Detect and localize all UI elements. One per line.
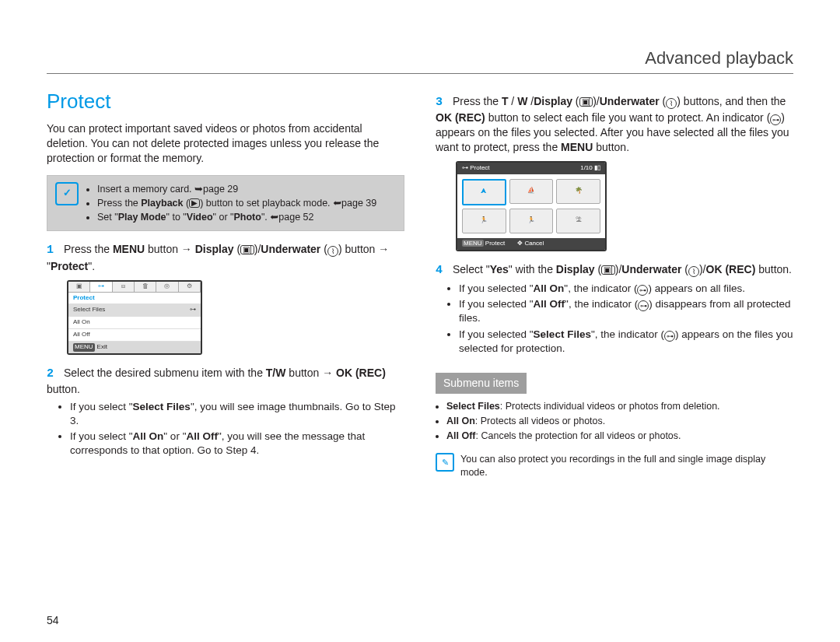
step-4-text: Select "Yes" with the Display (▣|)/Under…	[453, 263, 792, 275]
tab-icon: ◎	[156, 282, 178, 292]
tab-icon: ⧈	[113, 282, 135, 292]
step-2-bullets: If you select "Select Files", you will s…	[70, 400, 404, 458]
step-4-bullets: If you selected "All On", the indicator …	[459, 282, 793, 356]
step-number: 1	[47, 243, 61, 258]
key-icon: ⊶	[637, 285, 648, 296]
thumbnail: ⛵	[509, 179, 554, 204]
submenu-heading: Submenu items	[436, 373, 527, 394]
fig-menu-item: Select Files⊶	[68, 304, 201, 317]
prereq-item: Press the Playback (▶) button to set pla…	[97, 197, 376, 210]
lock-icon: ⊶	[190, 306, 196, 314]
two-column-layout: Protect You can protect important saved …	[47, 88, 793, 479]
step-number: 4	[436, 263, 450, 279]
pencil-icon: ✎	[436, 453, 454, 472]
thumbnail: 🏝	[556, 209, 600, 233]
section-heading: Protect	[47, 88, 404, 115]
fig-tabbar: ▣ ⊶ ⧈ 🗑 ◎ ⚙	[68, 282, 201, 293]
fig2-footer: MENU Protect ✥ Cancel	[457, 238, 605, 250]
submenu-item: Select Files: Protects individual videos…	[446, 400, 793, 413]
menu-tag-icon: MENU	[73, 343, 95, 352]
step-2: 2 Select the desired submenu item with t…	[47, 366, 404, 458]
display-icon: ▣|	[579, 97, 593, 107]
submenu-item: All On: Protects all videos or photos.	[446, 415, 793, 428]
tab-icon: ▣	[68, 282, 90, 292]
joystick-icon: ✥	[517, 240, 523, 247]
prereq-item: Insert a memory card. ➥page 29	[97, 183, 376, 196]
footnote-text: You can also protect you recordings in t…	[460, 453, 793, 479]
step-3: 3 Press the T / W /Display (▣|)/Underwat…	[436, 94, 793, 155]
thumbnail: ⮝	[462, 179, 506, 205]
manual-page: Advanced playback Protect You can protec…	[0, 0, 840, 642]
figure-thumbnail-screen: ⊶ Protect 1/10 ▮▯ ⮝ ⛵ 🌴 🏃 🏃 🏝 MENU Prote…	[456, 161, 607, 251]
bullet: If you selected "Select Files", the indi…	[459, 328, 793, 356]
right-column: 3 Press the T / W /Display (▣|)/Underwat…	[436, 88, 793, 479]
step-1: 1 Press the MENU button → Display (▣|)/U…	[47, 242, 404, 273]
figure-menu-screen: ▣ ⊶ ⧈ 🗑 ◎ ⚙ Protect Select Files⊶ All On…	[67, 280, 202, 355]
footnote: ✎ You can also protect you recordings in…	[436, 453, 793, 479]
step-number: 3	[436, 95, 450, 111]
menu-tag-icon: MENU	[462, 240, 484, 247]
step-3-text: Press the T / W /Display (▣|)/Underwater…	[436, 95, 789, 153]
bullet: If you select "All On" or "All Off", you…	[70, 430, 404, 458]
battery-icon: ▮▯	[594, 164, 600, 171]
fig-footer: MENU Exit	[68, 342, 201, 353]
thumbnail: 🌴	[556, 179, 600, 204]
step-number: 2	[47, 367, 61, 382]
submenu-item: All Off: Cancels the protection for all …	[446, 430, 793, 443]
display-icon: ▣|	[601, 265, 615, 275]
display-icon: ▣|	[240, 245, 254, 254]
prerequisite-list: Insert a memory card. ➥page 29 Press the…	[86, 182, 376, 225]
key-icon: ⊶	[664, 331, 675, 342]
tab-icon: ⚙	[179, 282, 201, 292]
bullet: If you selected "All On", the indicator …	[459, 282, 793, 296]
fig-menu-list: Protect Select Files⊶ All On All Off	[68, 293, 201, 342]
bullet: If you selected "All Off", the indicator…	[459, 297, 793, 325]
fig-menu-title: Protect	[68, 293, 201, 305]
tab-icon: ⊶	[90, 282, 112, 292]
underwater-icon: ⌇	[666, 98, 677, 109]
header-title: Advanced playback	[645, 47, 793, 70]
step-1-text: Press the MENU button → Display (▣|)/Und…	[47, 243, 389, 272]
underwater-icon: ⌇	[688, 266, 699, 277]
check-glyph: ✓	[63, 187, 72, 200]
key-icon: ⊶	[462, 164, 468, 171]
fig2-grid: ⮝ ⛵ 🌴 🏃 🏃 🏝	[457, 174, 605, 238]
step-4: 4 Select "Yes" with the Display (▣|)/Und…	[436, 262, 793, 356]
prereq-item: Set "Play Mode" to "Video" or "Photo". ➥…	[97, 211, 376, 224]
bullet: If you select "Select Files", you will s…	[70, 400, 404, 428]
prerequisite-box: ✓ Insert a memory card. ➥page 29 Press t…	[47, 175, 404, 232]
step-2-text: Select the desired submenu item with the…	[47, 367, 386, 395]
left-column: Protect You can protect important saved …	[47, 88, 404, 479]
page-number: 54	[47, 613, 59, 628]
fig-menu-item: All On	[68, 317, 201, 329]
thumbnail: 🏃	[462, 209, 506, 233]
fig-menu-item: All Off	[68, 329, 201, 342]
check-icon: ✓	[55, 182, 79, 205]
header-bar: Advanced playback	[47, 47, 793, 74]
underwater-icon: ⌇	[327, 246, 338, 257]
thumbnail: 🏃	[509, 209, 554, 233]
key-icon: ⊶	[770, 114, 781, 125]
submenu-list: Select Files: Protects individual videos…	[446, 400, 793, 443]
intro-paragraph: You can protect important saved videos o…	[47, 121, 404, 166]
key-icon: ⊶	[638, 300, 649, 311]
tab-icon: 🗑	[135, 282, 156, 292]
fig2-header: ⊶ Protect 1/10 ▮▯	[457, 163, 605, 174]
